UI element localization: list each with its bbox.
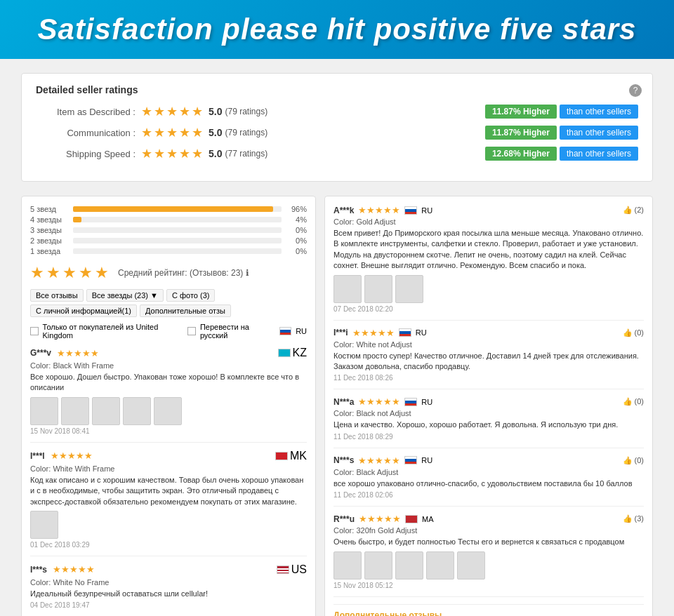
right-review-2: N***a ★★★★★ RU 👍 (0) Color: Black not Ad…: [333, 396, 644, 448]
star-row-2: 2 звезды 0%: [30, 236, 307, 245]
review-header-2: I***s ★★★★★ US: [30, 563, 307, 576]
right-country-1: RU: [416, 328, 427, 337]
right-reviewer-id-3: N***s: [333, 455, 354, 465]
review-images-1: [30, 511, 307, 539]
review-header-0: G***v ★★★★★ KZ: [30, 347, 307, 359]
star-row-3: 3 звезды 0%: [30, 226, 307, 234]
right-color-4: Color: 320fn Gold Adjust: [333, 526, 644, 535]
reviewer-id-1: I***l: [30, 451, 45, 461]
star-pct-2: 0%: [286, 236, 307, 245]
right-reviewer-id-2: N***a: [333, 397, 354, 407]
review-date-1: 01 Dec 2018 03:29: [30, 541, 307, 549]
right-color-0: Color: Gold Adjust: [333, 217, 644, 226]
right-review-stars-4: ★★★★★: [359, 514, 401, 524]
count-comm: (79 ratings): [225, 128, 267, 138]
additional-reviews-section: Дополнительные отзывы В порядке Спасибо …: [333, 604, 644, 616]
right-review-stars-0: ★★★★★: [358, 205, 400, 215]
right-text-3: все хорошо упаковано отлично-спасибо, с …: [333, 478, 644, 489]
uk-checkbox[interactable]: [30, 327, 39, 335]
review-color-2: Color: White No Frame: [30, 578, 307, 587]
ratings-card: Detailed seller ratings ? Item as Descri…: [21, 73, 653, 182]
right-country-2: RU: [421, 398, 432, 406]
badge-green-comm: 11.87% Higher: [485, 126, 557, 140]
ru-flag-icon: [279, 327, 291, 335]
main-content: Detailed seller ratings ? Item as Descri…: [0, 59, 674, 616]
star-label-3: 3 звезды: [30, 226, 69, 234]
star-label-2: 2 звезды: [30, 236, 69, 245]
review-date-0: 15 Nov 2018 08:41: [30, 427, 307, 435]
star-pct-5: 96%: [286, 205, 307, 213]
review-text-2: Идеальный безупречный оставаться шли cel…: [30, 589, 307, 599]
review-thumb: [92, 397, 120, 425]
right-review-1: I***i ★★★★★ RU 👍 (0) Color: White not Ad…: [333, 328, 644, 390]
thumbs-up-3: 👍 (0): [623, 456, 645, 465]
badge-blue-comm: than other sellers: [560, 126, 638, 140]
right-date-3: 11 Dec 2018 02:06: [333, 491, 644, 499]
filter-stars[interactable]: Все звезды (23) ▼: [86, 289, 164, 302]
stars-comm: ★★★★★: [141, 125, 204, 140]
ru-label: RU: [296, 327, 307, 335]
reviews-left-panel: 5 звезд 96% 4 звезды 4% 3 звезды: [21, 196, 316, 616]
review-stars-0: ★★★★★: [57, 348, 99, 359]
badge-green-shipping: 12.68% Higher: [485, 147, 557, 161]
filter-all[interactable]: Все отзывы: [30, 289, 84, 302]
badge-group-shipping: 12.68% Higher than other sellers: [485, 147, 638, 161]
star-bar-bg-2: [73, 238, 282, 243]
count-described: (79 ratings): [225, 107, 267, 116]
review-flag-0: KZ: [278, 347, 307, 359]
reviews-right-panel: A***k ★★★★★ RU 👍 (2) Color: Gold Adjust …: [324, 196, 653, 616]
translate-row: Только от покупателей из United Kingdom …: [30, 323, 307, 340]
star-row-4: 4 звезды 4%: [30, 215, 307, 224]
filter-personal[interactable]: С личной информацией(1): [30, 304, 137, 317]
review-thumb: [395, 551, 423, 580]
right-color-1: Color: White not Adjust: [333, 340, 644, 349]
big-stars: ★★★★★: [30, 264, 111, 282]
review-item-2: I***s ★★★★★ US Color: White No Frame Иде…: [30, 563, 307, 616]
filter-additional[interactable]: Дополнительные отзы: [140, 304, 231, 317]
reviewer-id-0: G***v: [30, 348, 51, 358]
right-reviewer-id-0: A***k: [333, 206, 354, 215]
star-bar-bg-1: [73, 248, 282, 254]
star-label-1: 1 звезда: [30, 247, 69, 255]
review-flag-1: MK: [275, 450, 307, 462]
rating-row-described: Item as Described : ★★★★★ 5.0 (79 rating…: [36, 104, 638, 119]
right-date-1: 11 Dec 2018 08:26: [333, 374, 644, 382]
star-label-4: 4 звезды: [30, 215, 69, 224]
review-thumb: [426, 551, 454, 580]
badge-blue-shipping: than other sellers: [560, 147, 638, 161]
right-color-3: Color: Black Adjust: [333, 468, 644, 476]
badge-green-described: 11.87% Higher: [485, 105, 557, 119]
review-date-2: 04 Dec 2018 19:47: [30, 601, 307, 609]
translate-label: Перевести на русский: [200, 323, 275, 340]
right-date-4: 15 Nov 2018 05:12: [333, 582, 644, 589]
additional-reviews-title: Дополнительные отзывы: [333, 610, 644, 616]
star-pct-4: 4%: [286, 215, 307, 224]
right-review-header-2: N***a ★★★★★ RU 👍 (0): [333, 396, 644, 407]
stars-described: ★★★★★: [141, 104, 204, 119]
right-text-2: Цена и качество. Хорошо, хорошо работает…: [333, 420, 644, 430]
right-images-0: [333, 275, 644, 303]
mk-flag-icon: [275, 452, 288, 460]
filter-row: Все отзывы Все звезды (23) ▼ С фото (3) …: [30, 289, 307, 317]
avg-rating-section: ★★★★★ Средний рейтинг: (Отзывов: 23) ℹ: [30, 264, 307, 282]
right-review-0: A***k ★★★★★ RU 👍 (2) Color: Gold Adjust …: [333, 205, 644, 321]
translate-checkbox[interactable]: [187, 327, 196, 335]
help-icon[interactable]: ?: [629, 84, 642, 97]
right-review-header-4: R***u ★★★★★ MA 👍 (3): [333, 514, 644, 524]
star-pct-3: 0%: [286, 226, 307, 234]
ratings-card-title: Detailed seller ratings: [36, 84, 638, 95]
review-thumb: [30, 511, 58, 539]
review-text-1: Код как описано и с хорошим качеством. Т…: [30, 475, 307, 507]
review-stars-1: ★★★★★: [51, 450, 93, 461]
star-pct-1: 0%: [286, 247, 307, 255]
right-text-1: Костюм просто супер! Качество отличное. …: [333, 351, 644, 373]
right-images-4: [333, 551, 644, 580]
star-label-5: 5 звезд: [30, 205, 69, 213]
header-title: Satisfaction please hit positive five st…: [21, 13, 653, 46]
header-banner: Satisfaction please hit positive five st…: [0, 0, 674, 59]
filter-photo[interactable]: С фото (3): [166, 289, 215, 302]
kz-flag-icon: [278, 349, 291, 357]
right-review-stars-1: ★★★★★: [352, 328, 395, 338]
review-text-0: Все хорошо. Дошел быстро. Упакован тоже …: [30, 372, 307, 394]
star-bar-bg-5: [73, 206, 282, 212]
